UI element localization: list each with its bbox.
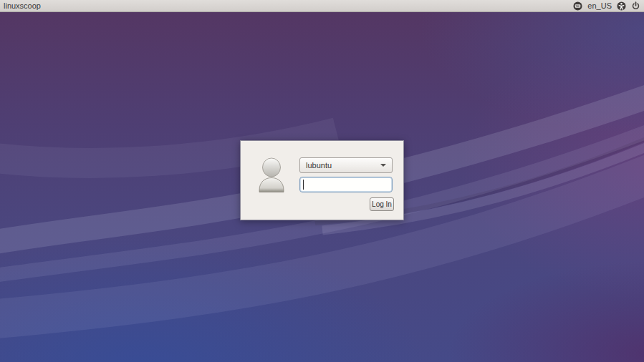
text-caret [303,180,304,190]
top-panel: linuxscoop en_US [0,0,644,12]
username-input-wrap [299,177,393,192]
login-dialog: lubuntu Log In [240,140,404,220]
session-select[interactable]: lubuntu [299,157,393,173]
login-button-label: Log In [372,200,392,208]
accessibility-icon[interactable] [617,1,626,11]
locale-selector[interactable]: en_US [587,1,612,10]
chevron-down-icon [380,164,386,167]
hostname-label: linuxscoop [4,1,41,10]
user-avatar [256,157,287,193]
session-select-value: lubuntu [306,161,332,170]
login-screen: linuxscoop en_US [0,0,644,362]
login-button[interactable]: Log In [370,197,394,211]
username-input[interactable] [299,177,393,192]
power-icon[interactable] [631,1,640,11]
keyboard-layout-icon[interactable] [573,1,582,11]
panel-tray: en_US [573,1,640,11]
